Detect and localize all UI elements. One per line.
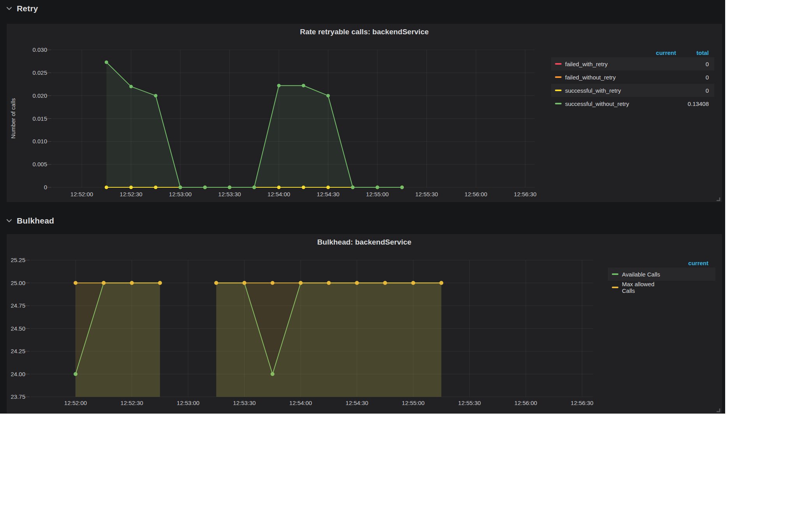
legend-series-label: failed_with_retry — [565, 61, 608, 67]
bulkhead-chart-legend: currentAvailable CallsMax allowed Calls — [608, 258, 715, 294]
x-axis-tick-label: 12:54:00 — [268, 191, 290, 197]
retry-chart-legend: currenttotalfailed_with_retry0failed_wit… — [551, 48, 714, 110]
series-max-allowed-calls[interactable] — [74, 281, 443, 397]
y-axis-tick-label: 0.010 — [32, 138, 47, 144]
x-axis-tick-label: 12:52:00 — [64, 400, 87, 406]
legend-series-label: Max allowed Calls — [622, 281, 669, 294]
legend-value-total: 0 — [676, 70, 714, 84]
legend-value-current — [669, 281, 715, 294]
legend-item-successful-without-retry[interactable]: successful_without_retry — [551, 97, 642, 110]
y-axis-tick-label: 25.25 — [11, 257, 25, 263]
y-axis-tick-label: 23.75 — [11, 393, 25, 400]
legend-series-swatch — [612, 273, 618, 275]
chevron-down-icon[interactable] — [6, 219, 12, 223]
y-axis-tick-label: 0.020 — [32, 92, 47, 99]
legend-item-successful-with-retry[interactable]: successful_with_retry — [551, 84, 642, 97]
legend-value-current — [669, 268, 715, 281]
x-axis-tick-label: 12:56:00 — [514, 400, 537, 406]
series-successful-without-retry[interactable] — [105, 60, 404, 189]
legend-column-header-total[interactable]: total — [676, 48, 714, 57]
legend-item-max-allowed-calls[interactable]: Max allowed Calls — [608, 281, 669, 294]
legend-series-swatch — [612, 287, 618, 288]
x-axis-tick-label: 12:53:30 — [218, 191, 241, 197]
x-axis-tick-label: 12:55:30 — [458, 400, 481, 406]
y-axis-tick-label: 24.25 — [11, 348, 25, 354]
x-axis-tick-label: 12:52:00 — [70, 191, 93, 197]
x-axis-tick-label: 12:52:30 — [120, 191, 142, 197]
legend-series-swatch — [555, 63, 562, 65]
legend-item-failed-with-retry[interactable]: failed_with_retry — [551, 57, 642, 70]
section-header-bulkhead[interactable]: Bulkhead — [6, 215, 54, 226]
legend-item-failed-without-retry[interactable]: failed_without_retry — [551, 70, 642, 84]
legend-value-current — [642, 57, 676, 70]
legend-series-label: Available Calls — [622, 271, 660, 278]
section-header-retry[interactable]: Retry — [6, 3, 38, 14]
x-axis-tick-label: 12:56:00 — [465, 191, 487, 197]
legend-column-header-current[interactable]: current — [669, 258, 715, 268]
x-axis-tick-label: 12:54:30 — [317, 191, 339, 197]
x-axis-tick-label: 12:54:30 — [345, 400, 368, 406]
legend-series-swatch — [555, 76, 562, 78]
panel-rate-retryable-calls: Rate retryable calls: backendService 0.0… — [6, 23, 722, 203]
legend-header-spacer — [608, 258, 669, 268]
panel-resize-handle[interactable] — [716, 196, 720, 201]
legend-series-label: successful_without_retry — [565, 100, 629, 107]
y-axis-tick-label: 0.005 — [32, 161, 47, 167]
chevron-down-icon[interactable] — [6, 7, 12, 11]
legend-value-current — [642, 84, 676, 97]
x-axis-tick-label: 12:55:30 — [415, 191, 438, 197]
legend-value-total: 0.13408 — [676, 97, 714, 110]
y-axis-tick-label: 0 — [44, 184, 47, 190]
legend-series-swatch — [555, 90, 562, 91]
y-axis-title: Number of calls — [10, 98, 16, 139]
y-axis-tick-label: 25.00 — [11, 280, 25, 286]
legend-header-spacer — [551, 48, 642, 57]
legend-value-total: 0 — [676, 57, 714, 70]
y-axis-tick-label: 24.50 — [11, 325, 25, 332]
section-title-bulkhead[interactable]: Bulkhead — [17, 216, 54, 225]
y-axis-tick-label: 24.75 — [11, 302, 25, 309]
x-axis-tick-label: 12:53:00 — [169, 191, 192, 197]
grafana-dashboard: Retry Rate retryable calls: backendServi… — [0, 0, 725, 414]
legend-series-label: successful_with_retry — [565, 87, 621, 94]
legend-item-available-calls[interactable]: Available Calls — [608, 268, 669, 281]
x-axis-tick-label: 12:53:00 — [177, 400, 199, 406]
x-axis-tick-label: 12:54:00 — [289, 400, 312, 406]
y-axis-tick-label: 24.00 — [11, 371, 25, 377]
legend-value-current — [642, 97, 676, 110]
legend-value-current — [642, 70, 676, 84]
y-axis-tick-label: 0.025 — [32, 69, 47, 76]
x-axis-tick-label: 12:53:30 — [233, 400, 255, 406]
panel-bulkhead: Bulkhead: backendService 25.2525.0024.75… — [6, 234, 722, 414]
legend-series-label: failed_without_retry — [565, 74, 616, 81]
x-axis-tick-label: 12:55:00 — [366, 191, 389, 197]
legend-series-swatch — [555, 103, 562, 104]
x-axis-tick-label: 12:52:30 — [120, 400, 143, 406]
legend-value-total: 0 — [676, 84, 714, 97]
y-axis-tick-label: 0.015 — [32, 115, 47, 122]
panel-resize-handle[interactable] — [716, 407, 720, 412]
x-axis-tick-label: 12:56:30 — [571, 400, 593, 406]
legend-column-header-current[interactable]: current — [642, 48, 676, 57]
y-axis-tick-label: 0.030 — [32, 46, 47, 53]
x-axis-tick-label: 12:55:00 — [402, 400, 424, 406]
x-axis-tick-label: 12:56:30 — [514, 191, 536, 197]
section-title-retry[interactable]: Retry — [17, 4, 38, 13]
